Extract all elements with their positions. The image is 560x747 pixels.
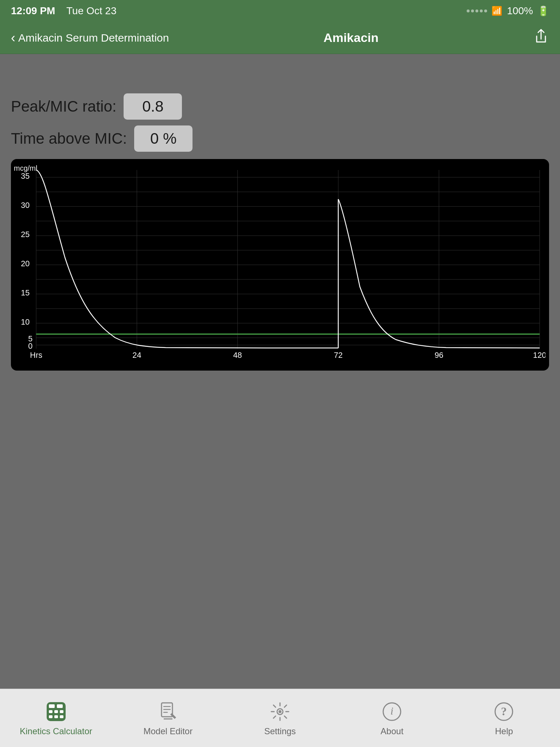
back-label: Amikacin Serum Determination <box>18 32 169 44</box>
svg-rect-40 <box>60 710 63 713</box>
tab-model-editor-label: Model Editor <box>143 726 192 736</box>
tab-settings[interactable]: Settings <box>224 700 336 736</box>
svg-rect-36 <box>49 704 55 708</box>
battery-icon: 🔋 <box>537 5 549 17</box>
status-time: 12:09 PM <box>11 5 55 16</box>
svg-text:72: 72 <box>334 351 343 360</box>
settings-icon <box>268 700 292 723</box>
svg-point-46 <box>279 710 281 713</box>
tab-bar: Kinetics Calculator Model Editor Setting… <box>0 689 560 747</box>
svg-text:i: i <box>390 705 393 717</box>
chart-svg: 35 30 25 20 15 10 5 0 Hrs 24 48 72 96 12… <box>15 163 545 367</box>
pk-chart: mcg/ml 35 30 25 <box>11 159 549 371</box>
svg-rect-37 <box>57 704 63 708</box>
time-above-mic-value[interactable]: 0 % <box>134 125 192 152</box>
svg-rect-39 <box>54 710 58 713</box>
tab-about-label: About <box>381 726 404 736</box>
svg-text:48: 48 <box>233 351 242 360</box>
svg-text:35: 35 <box>21 171 30 181</box>
chart-y-axis-label: mcg/ml <box>14 164 37 173</box>
svg-rect-42 <box>54 715 58 718</box>
status-date: Tue Oct 23 <box>66 5 116 16</box>
tab-about[interactable]: i About <box>336 700 448 736</box>
svg-text:10: 10 <box>21 317 30 326</box>
nav-title: Amikacin <box>323 31 378 45</box>
chevron-left-icon: ‹ <box>11 30 15 46</box>
svg-text:24: 24 <box>132 351 141 360</box>
peak-mic-row: Peak/MIC ratio: 0.8 <box>11 93 549 120</box>
svg-text:20: 20 <box>21 259 30 268</box>
svg-text:?: ? <box>501 705 507 718</box>
about-icon: i <box>380 700 404 723</box>
svg-rect-38 <box>49 710 52 713</box>
svg-rect-43 <box>60 715 63 718</box>
wifi-icon: 📶 <box>491 6 502 16</box>
share-button[interactable] <box>533 28 549 47</box>
svg-text:120: 120 <box>533 351 545 360</box>
tab-settings-label: Settings <box>264 726 296 736</box>
help-icon: ? <box>492 700 516 723</box>
time-above-mic-label: Time above MIC: <box>11 130 127 147</box>
main-content: – Peak/MIC ratio: 0.8 Time above MIC: 0 … <box>0 54 560 385</box>
svg-text:96: 96 <box>435 351 443 360</box>
svg-text:30: 30 <box>21 201 30 210</box>
tab-help-label: Help <box>495 726 513 736</box>
svg-text:0: 0 <box>28 341 32 351</box>
tab-kinetics-calculator[interactable]: Kinetics Calculator <box>0 700 112 736</box>
svg-rect-41 <box>49 715 52 718</box>
top-partial-row: – <box>11 61 549 88</box>
calculator-icon <box>44 700 68 723</box>
tab-model-editor[interactable]: Model Editor <box>112 700 224 736</box>
signal-icon <box>467 9 487 12</box>
model-editor-icon <box>156 700 180 723</box>
peak-mic-label: Peak/MIC ratio: <box>11 98 116 115</box>
tab-help[interactable]: ? Help <box>448 700 560 736</box>
peak-mic-value[interactable]: 0.8 <box>124 93 182 120</box>
svg-text:Hrs: Hrs <box>30 351 42 360</box>
svg-text:15: 15 <box>21 288 30 297</box>
svg-text:25: 25 <box>21 230 30 239</box>
time-above-mic-row: Time above MIC: 0 % <box>11 125 549 152</box>
status-bar: 12:09 PM Tue Oct 23 📶 100% 🔋 <box>0 0 560 22</box>
battery-percentage: 100% <box>507 5 533 17</box>
back-button[interactable]: ‹ Amikacin Serum Determination <box>11 30 169 46</box>
status-time-date: 12:09 PM Tue Oct 23 <box>11 5 117 17</box>
status-indicators: 📶 100% 🔋 <box>467 5 549 17</box>
nav-bar: ‹ Amikacin Serum Determination Amikacin <box>0 22 560 54</box>
tab-kinetics-label: Kinetics Calculator <box>20 726 92 736</box>
